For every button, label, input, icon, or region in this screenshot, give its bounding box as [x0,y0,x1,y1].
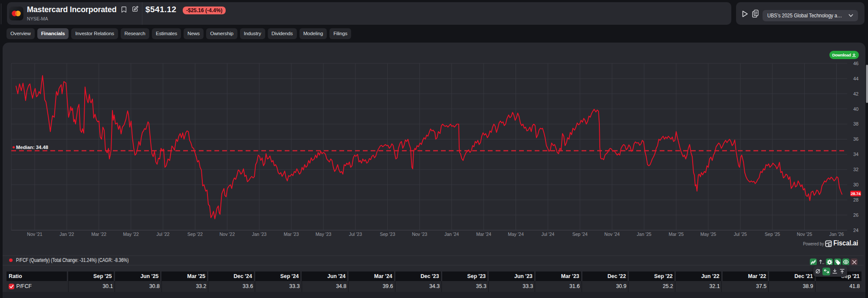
svg-text:Jan '24: Jan '24 [444,232,459,237]
svg-text:Jan '26: Jan '26 [829,232,844,237]
svg-text:Jan '25: Jan '25 [637,232,651,237]
svg-text:Nov '25: Nov '25 [797,232,812,237]
svg-text:24: 24 [853,228,858,233]
svg-text:May '22: May '22 [123,232,139,237]
svg-text:Sep '25: Sep '25 [765,232,780,237]
svg-text:36: 36 [853,136,858,142]
svg-text:Jan '23: Jan '23 [252,232,267,237]
svg-text:Nov '24: Nov '24 [605,232,620,237]
svg-text:Sep '22: Sep '22 [187,232,203,237]
svg-text:28: 28 [853,197,858,202]
svg-text:Nov '22: Nov '22 [220,232,235,237]
svg-text:Mar '23: Mar '23 [284,232,299,237]
svg-text:Median: 34.48: Median: 34.48 [16,145,48,150]
svg-text:34: 34 [853,152,858,157]
svg-text:May '24: May '24 [508,232,524,237]
svg-text:May '23: May '23 [316,232,332,237]
svg-text:Jul '24: Jul '24 [541,232,554,237]
svg-text:Mar '25: Mar '25 [669,232,684,237]
svg-text:Nov '21: Nov '21 [27,232,42,237]
svg-text:40: 40 [853,106,858,112]
svg-text:Sep '24: Sep '24 [572,232,588,237]
svg-text:Mar '22: Mar '22 [91,232,106,237]
svg-text:Jul '22: Jul '22 [157,232,170,237]
svg-text:42: 42 [853,91,858,96]
svg-text:Jul '25: Jul '25 [734,232,747,237]
svg-text:Jan '22: Jan '22 [59,232,74,237]
svg-text:May '25: May '25 [700,232,717,237]
svg-text:Sep '23: Sep '23 [380,232,395,237]
svg-text:44: 44 [853,76,858,81]
svg-text:46: 46 [853,61,858,66]
svg-text:38: 38 [853,121,858,126]
svg-text:32: 32 [853,167,858,172]
svg-text:Mar '24: Mar '24 [476,232,491,237]
svg-text:30: 30 [853,182,858,187]
svg-text:Nov '23: Nov '23 [412,232,427,237]
svg-text:Jul '23: Jul '23 [349,232,362,237]
svg-text:26: 26 [853,212,858,218]
